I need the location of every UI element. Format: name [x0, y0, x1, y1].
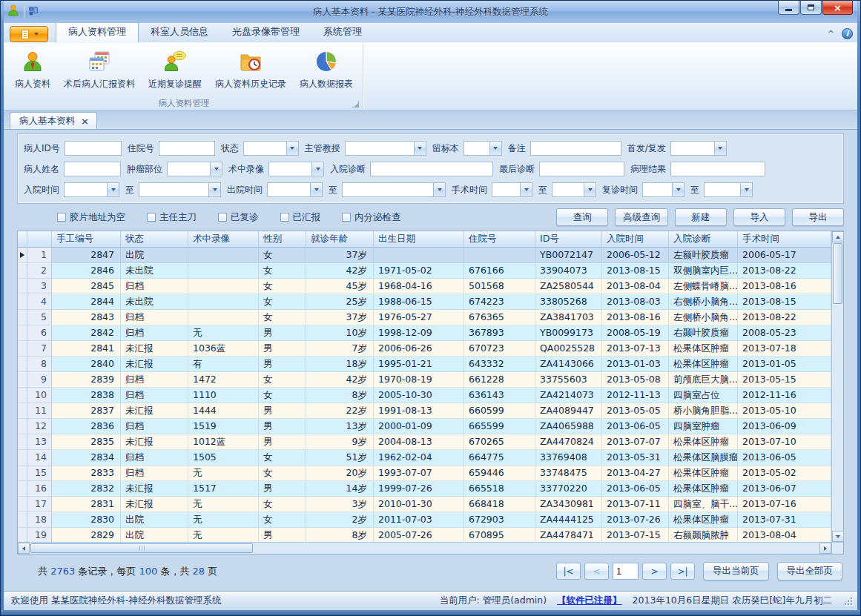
last-page-button[interactable]: >|: [670, 563, 695, 580]
filter-input[interactable]: [539, 162, 624, 176]
table-row[interactable]: 102838归档1110女8岁2005-10-30636143ZA4214073…: [18, 388, 831, 403]
table-row[interactable]: 82840未汇报有男18岁1995-01-21643332ZA414306620…: [18, 357, 831, 372]
table-row[interactable]: 182830出院无女2岁2011-07-03672903ZA4444125201…: [18, 512, 831, 528]
table-row[interactable]: 12847出院女37岁YB00721472006-05-12左额叶胶质瘤2006…: [18, 248, 831, 263]
chevron-down-icon[interactable]: [107, 183, 119, 196]
ribbon-button-3[interactable]: 近期复诊提醒: [142, 47, 208, 93]
filter-dropdown[interactable]: [464, 141, 502, 156]
ribbon-collapse-icon[interactable]: ^: [828, 29, 834, 39]
table-row[interactable]: 172831未汇报无女3岁2010-01-30668418ZA343098120…: [18, 497, 831, 512]
chevron-down-icon[interactable]: [286, 142, 298, 155]
advanced-query-button[interactable]: 高级查询: [615, 208, 668, 226]
ribbon-tab-3[interactable]: 光盘录像带管理: [220, 22, 311, 42]
column-header-5[interactable]: 就诊年龄: [306, 231, 374, 248]
minimize-button[interactable]: [778, 1, 799, 15]
new-record-button[interactable]: 新建: [675, 208, 727, 226]
column-header-10[interactable]: 入院诊断: [669, 231, 738, 248]
chevron-down-icon[interactable]: [433, 183, 445, 196]
column-header-11[interactable]: 手术时间: [738, 231, 831, 248]
table-row[interactable]: 92839归档1472女42岁1970-08-19661228337556032…: [18, 372, 831, 388]
table-row[interactable]: 72841未汇报1036蓝男7岁2006-06-26670723QA002552…: [18, 341, 831, 357]
chevron-down-icon[interactable]: [489, 142, 501, 155]
horizontal-scroll-thumb[interactable]: [30, 543, 253, 553]
vertical-scrollbar[interactable]: [831, 231, 843, 542]
table-row[interactable]: 162832未汇报1517男14岁1999-07-266655183377022…: [18, 481, 831, 497]
registered-link[interactable]: 【软件已注册】: [557, 595, 622, 607]
filter-dropdown[interactable]: [670, 141, 727, 156]
ribbon-button-5[interactable]: 病人数据报表: [293, 47, 360, 93]
table-row[interactable]: 122836归档1519男13岁2000-01-09665599ZA406598…: [18, 419, 831, 434]
filter-dropdown[interactable]: [342, 182, 446, 197]
checkbox-4[interactable]: 已汇报: [280, 211, 321, 224]
chevron-down-icon[interactable]: [311, 162, 323, 176]
layout-grid-icon[interactable]: [28, 5, 39, 19]
chevron-down-icon[interactable]: [714, 142, 726, 155]
filter-input[interactable]: [65, 141, 122, 156]
filter-dropdown[interactable]: [268, 162, 324, 176]
filter-input[interactable]: [670, 162, 765, 176]
prev-page-button[interactable]: <: [584, 563, 609, 580]
export-button[interactable]: 导出: [792, 208, 844, 226]
checkbox-icon[interactable]: [147, 213, 156, 222]
chevron-down-icon[interactable]: [520, 183, 532, 196]
horizontal-scroll-track[interactable]: [254, 543, 819, 554]
filter-dropdown[interactable]: [243, 141, 299, 156]
ribbon-tab-1[interactable]: 病人资料管理: [56, 21, 139, 42]
table-row[interactable]: 192829出院无男8岁2005-07-26670895ZA4478471201…: [18, 528, 831, 542]
column-header-6[interactable]: 出生日期: [374, 231, 464, 248]
table-row[interactable]: 52843归档女37岁1976-05-27676365ZA38417032013…: [18, 310, 831, 325]
ribbon-button-1[interactable]: 病人资料: [8, 47, 57, 93]
filter-dropdown[interactable]: [552, 182, 596, 197]
filter-input[interactable]: [530, 141, 621, 156]
checkbox-icon[interactable]: [280, 213, 289, 222]
chevron-down-icon[interactable]: [310, 183, 322, 196]
vertical-scroll-track[interactable]: [832, 305, 843, 531]
column-header-8[interactable]: ID号: [535, 231, 602, 248]
column-header-4[interactable]: 性别: [259, 231, 306, 248]
table-row[interactable]: 22846未出院女42岁1971-05-02676166339040732013…: [18, 263, 831, 279]
chevron-down-icon[interactable]: [210, 162, 222, 176]
table-row[interactable]: 32845归档女45岁1968-04-16501568ZA25805442013…: [18, 279, 831, 294]
filter-dropdown[interactable]: [64, 182, 119, 197]
column-header-9[interactable]: 入院时间: [602, 231, 669, 248]
table-row[interactable]: 112837未汇报1444男22岁1991-08-13660599ZA40894…: [18, 403, 831, 419]
chevron-down-icon[interactable]: [672, 183, 684, 196]
column-header-3[interactable]: 术中录像: [188, 231, 259, 248]
next-page-button[interactable]: >: [642, 563, 667, 580]
application-menu-button[interactable]: [10, 26, 48, 42]
maximize-button[interactable]: [800, 1, 822, 15]
scroll-up-icon[interactable]: [832, 231, 844, 242]
checkbox-1[interactable]: 胶片地址为空: [57, 211, 125, 224]
checkbox-icon[interactable]: [57, 213, 66, 222]
checkbox-2[interactable]: 主任主刀: [147, 211, 197, 224]
checkbox-icon[interactable]: [218, 213, 227, 222]
table-row[interactable]: 152833归档无女20岁1993-07-0765944633748475201…: [18, 466, 831, 481]
export-current-page-button[interactable]: 导出当前页: [703, 562, 769, 580]
vertical-scroll-thumb[interactable]: [833, 243, 842, 304]
scroll-left-icon[interactable]: [18, 543, 30, 554]
filter-input[interactable]: [64, 162, 121, 176]
chevron-down-icon[interactable]: [740, 183, 752, 196]
table-row[interactable]: 42844未出院女25岁1988-06-15674223338052682013…: [18, 294, 831, 310]
query-button[interactable]: 查询: [556, 208, 608, 226]
first-page-button[interactable]: |<: [556, 563, 581, 580]
filter-dropdown[interactable]: [345, 141, 426, 156]
checkbox-3[interactable]: 已复诊: [218, 211, 259, 224]
ribbon-tab-2[interactable]: 科室人员信息: [139, 22, 220, 42]
close-button[interactable]: ×: [822, 1, 853, 15]
table-row[interactable]: 62842归档无男10岁1998-12-09367893YB0099173200…: [18, 325, 831, 341]
chevron-down-icon[interactable]: [208, 183, 220, 196]
export-all-pages-button[interactable]: 导出全部页: [777, 562, 843, 580]
scroll-down-icon[interactable]: [832, 531, 844, 542]
scroll-right-icon[interactable]: [819, 543, 831, 554]
filter-input[interactable]: [370, 162, 493, 176]
checkbox-5[interactable]: 内分泌检查: [342, 211, 401, 224]
tab-patient-basic-info[interactable]: 病人基本资料 ×: [10, 112, 97, 129]
ribbon-button-2[interactable]: 术后病人汇报资料: [57, 47, 142, 93]
page-number-input[interactable]: [613, 563, 639, 580]
import-button[interactable]: 导入: [733, 208, 785, 226]
info-icon[interactable]: i: [842, 28, 853, 39]
filter-dropdown[interactable]: [267, 182, 323, 197]
column-header-1[interactable]: 手工编号: [52, 231, 121, 248]
table-row[interactable]: 142834归档1505女51岁1962-02-0466477533769408…: [18, 450, 831, 466]
